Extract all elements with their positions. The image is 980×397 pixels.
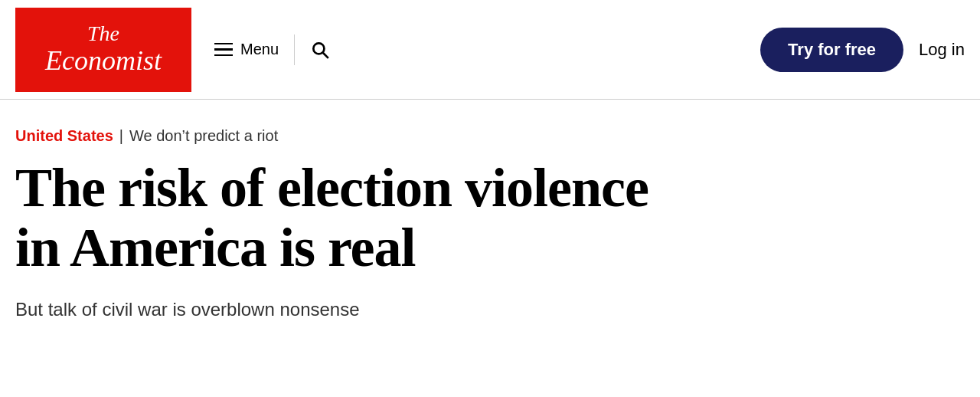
svg-line-1 bbox=[323, 52, 328, 57]
logo[interactable]: The Economist bbox=[15, 8, 191, 92]
article-content: United States | We don’t predict a riot … bbox=[0, 100, 689, 345]
section-link[interactable]: United States bbox=[15, 127, 113, 145]
article-headline: The risk of election violence in America… bbox=[15, 159, 674, 278]
login-button[interactable]: Log in bbox=[919, 40, 965, 60]
search-button[interactable] bbox=[310, 40, 330, 60]
nav-right: Try for free Log in bbox=[760, 28, 965, 72]
article-kicker: We don’t predict a riot bbox=[129, 127, 278, 145]
hamburger-icon bbox=[214, 43, 233, 57]
logo-the: The bbox=[87, 22, 119, 46]
svg-point-0 bbox=[313, 43, 324, 54]
breadcrumb: United States | We don’t predict a riot bbox=[15, 127, 674, 145]
site-header: The Economist Menu Try for free Log in bbox=[0, 0, 980, 100]
nav-left: Menu bbox=[214, 34, 330, 65]
menu-label: Menu bbox=[240, 41, 279, 58]
breadcrumb-separator: | bbox=[119, 127, 123, 145]
try-free-button[interactable]: Try for free bbox=[760, 28, 903, 72]
menu-button[interactable]: Menu bbox=[214, 41, 279, 58]
search-icon bbox=[310, 40, 330, 60]
article-subheadline: But talk of civil war is overblown nonse… bbox=[15, 297, 674, 323]
nav-divider bbox=[294, 34, 295, 65]
logo-economist: Economist bbox=[45, 46, 162, 77]
